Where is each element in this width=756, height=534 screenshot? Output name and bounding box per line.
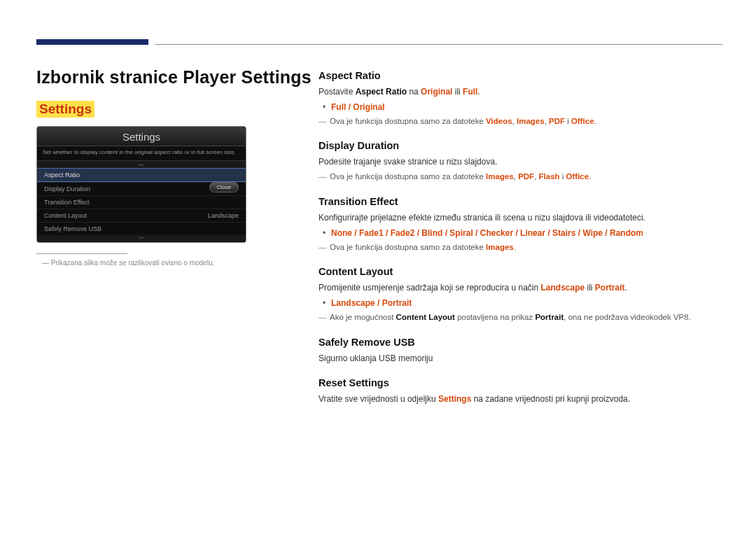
close-button: Close <box>209 182 239 192</box>
safely-remove-usb-text: Sigurno uklanja USB memoriju <box>318 352 722 365</box>
mock-row-transition-effect: Transition Effect <box>37 195 246 209</box>
content-layout-options: Landscape / Portrait <box>331 297 722 310</box>
mock-row-label: Transition Effect <box>44 199 90 206</box>
header-rule <box>155 44 722 45</box>
heading-display-duration: Display Duration <box>318 140 722 151</box>
header-accent-bar <box>36 39 148 45</box>
content-column: Aspect Ratio Postavite Aspect Ratio na O… <box>318 70 722 408</box>
mock-row-safely-remove: Safely Remove USB <box>37 222 246 235</box>
settings-mock-window: Settings Set whether to display content … <box>36 126 246 243</box>
mock-title: Settings <box>37 127 246 146</box>
mock-caption: ― Prikazana slika može se razlikovati ov… <box>42 259 214 267</box>
aspect-ratio-note: Ova je funkcija dostupna samo za datotek… <box>318 115 722 127</box>
mock-row-value: Landscape <box>208 212 239 219</box>
mock-description: Set whether to display content in the or… <box>37 146 246 160</box>
aspect-ratio-text: Postavite Aspect Ratio na Original ili F… <box>318 85 722 98</box>
content-layout-note: Ako je mogućnost Content Layout postavlj… <box>318 311 722 323</box>
mock-list: ︿ Aspect Ratio Display Duration Transiti… <box>37 160 246 242</box>
mock-row-label: Content Layout <box>44 212 87 219</box>
display-duration-note: Ova je funkcija dostupna samo za datotek… <box>318 171 722 183</box>
settings-highlight: Settings <box>36 101 94 118</box>
display-duration-text: Podesite trajanje svake stranice u nizu … <box>318 155 722 168</box>
mock-row-label: Safely Remove USB <box>44 225 102 232</box>
transition-effect-options: None / Fade1 / Fade2 / Blind / Spiral / … <box>331 227 722 240</box>
aspect-ratio-options: Full / Original <box>331 101 722 114</box>
page-title: Izbornik stranice Player Settings <box>36 67 312 87</box>
heading-transition-effect: Transition Effect <box>318 196 722 207</box>
mock-caption-rule <box>36 253 127 254</box>
content-layout-text: Promijenite usmjerenje sadržaja koji se … <box>318 281 722 294</box>
mock-row-label: Display Duration <box>44 185 90 192</box>
reset-settings-text: Vratite sve vrijednosti u odjeljku Setti… <box>318 393 722 405</box>
mock-row-content-layout: Content Layout Landscape <box>37 209 246 222</box>
heading-reset-settings: Reset Settings <box>318 377 722 388</box>
heading-aspect-ratio: Aspect Ratio <box>318 70 722 81</box>
transition-effect-note: Ova je funkcija dostupna samo za datotek… <box>318 241 722 253</box>
mock-caption-text: Prikazana slika može se razlikovati ovis… <box>51 259 214 267</box>
heading-safely-remove-usb: Safely Remove USB <box>318 337 722 348</box>
mock-row-aspect-ratio: Aspect Ratio <box>37 168 246 182</box>
mock-row-label: Aspect Ratio <box>44 171 80 178</box>
chevron-up-icon: ︿ <box>37 161 246 168</box>
chevron-down-icon: ﹀ <box>37 235 246 242</box>
heading-content-layout: Content Layout <box>318 266 722 277</box>
transition-effect-text: Konfigurirajte prijelazne efekte između … <box>318 211 722 224</box>
